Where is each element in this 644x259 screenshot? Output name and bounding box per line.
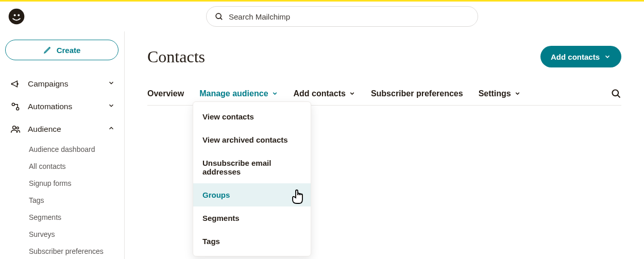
svg-point-5 [12, 103, 14, 106]
top-bar: Search Mailchimp [0, 2, 644, 31]
sidebar-sub-signup-forms[interactable]: Signup forms [29, 175, 119, 192]
add-contacts-button[interactable]: Add contacts [540, 46, 621, 67]
dropdown-item-unsubscribe-email-addresses[interactable]: Unsubscribe email addresses [193, 151, 311, 183]
dropdown-item-tags[interactable]: Tags [193, 230, 311, 253]
search-icon [611, 89, 621, 99]
mailchimp-logo-icon [8, 8, 25, 25]
tab-settings[interactable]: Settings [479, 82, 521, 105]
search-input[interactable]: Search Mailchimp [206, 6, 478, 27]
chevron-down-icon [604, 53, 611, 60]
sidebar: Create Campaigns Automations Audience [0, 31, 125, 259]
svg-point-1 [14, 14, 16, 16]
sidebar-audience-submenu: Audience dashboard All contacts Signup f… [5, 141, 119, 259]
tab-overview[interactable]: Overview [147, 82, 184, 105]
tab-subscriber-preferences[interactable]: Subscriber preferences [371, 82, 463, 105]
search-icon [215, 12, 224, 21]
add-contacts-label: Add contacts [551, 53, 600, 61]
sidebar-sub-tags[interactable]: Tags [29, 192, 119, 209]
chevron-down-icon [108, 102, 115, 111]
mailchimp-logo[interactable] [6, 6, 27, 27]
chevron-down-icon [514, 90, 521, 97]
svg-point-9 [613, 90, 619, 96]
svg-point-8 [16, 127, 19, 129]
sidebar-item-audience[interactable]: Audience [5, 118, 119, 141]
svg-point-2 [18, 14, 20, 16]
automation-icon [9, 101, 22, 112]
sidebar-sub-audience-dashboard[interactable]: Audience dashboard [29, 141, 119, 158]
chevron-up-icon [108, 125, 115, 134]
megaphone-icon [9, 79, 22, 89]
chevron-down-icon [272, 90, 278, 97]
sidebar-item-label: Campaigns [28, 79, 68, 89]
manage-audience-dropdown: View contacts View archived contacts Uns… [193, 101, 311, 256]
svg-line-10 [618, 95, 620, 97]
contacts-search-button[interactable] [611, 89, 621, 99]
svg-point-6 [16, 108, 19, 110]
sidebar-sub-segments[interactable]: Segments [29, 209, 119, 226]
create-button[interactable]: Create [5, 40, 118, 60]
chevron-down-icon [349, 90, 355, 97]
sidebar-sub-surveys[interactable]: Surveys [29, 226, 119, 243]
sidebar-sub-subscriber-preferences[interactable]: Subscriber preferences [29, 243, 119, 259]
pencil-icon [43, 46, 52, 54]
sidebar-sub-all-contacts[interactable]: All contacts [29, 158, 119, 175]
sidebar-item-automations[interactable]: Automations [5, 95, 119, 118]
sidebar-item-campaigns[interactable]: Campaigns [5, 73, 119, 95]
svg-point-3 [216, 13, 221, 19]
dropdown-item-view-contacts[interactable]: View contacts [193, 105, 311, 128]
create-button-label: Create [57, 46, 81, 55]
chevron-down-icon [108, 79, 115, 89]
dropdown-item-groups[interactable]: Groups [193, 183, 311, 206]
dropdown-item-segments[interactable]: Segments [193, 206, 311, 230]
sidebar-item-label: Automations [28, 102, 72, 111]
search-placeholder: Search Mailchimp [229, 12, 290, 21]
audience-icon [9, 124, 22, 134]
dropdown-item-view-archived-contacts[interactable]: View archived contacts [193, 128, 311, 151]
svg-line-4 [221, 18, 223, 20]
svg-point-7 [13, 126, 16, 129]
page-title: Contacts [147, 47, 205, 66]
svg-point-0 [9, 9, 25, 25]
sidebar-item-label: Audience [28, 125, 61, 134]
